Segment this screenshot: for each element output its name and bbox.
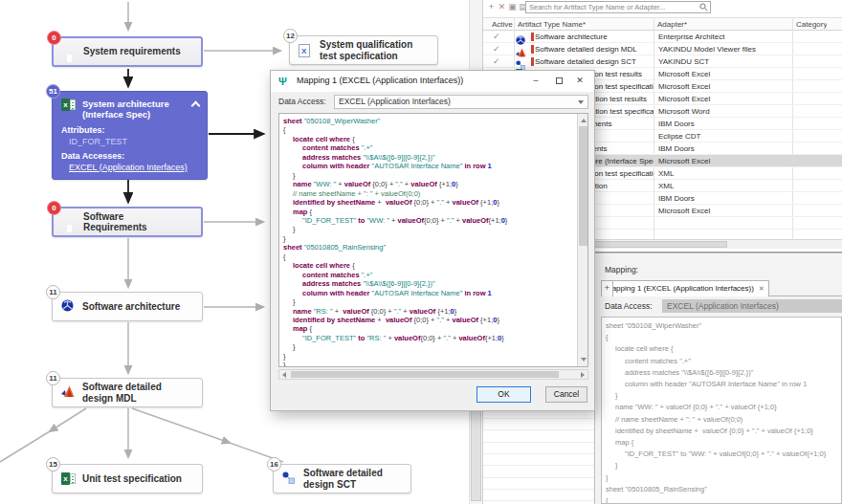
column-header-adapter-[interactable]: Adapter* [657,18,687,32]
node-label: Unit test specification [82,473,195,484]
ok-button[interactable]: OK [476,386,531,403]
close-button[interactable]: ✕ [571,74,588,89]
code-line: name "RS: " + valueOf {0;0} + "." + valu… [283,307,587,316]
code-line: map { [606,437,841,449]
code-line: column with header "AUTOSAR Interface Na… [283,162,587,170]
code-line: locate cell where { [606,343,841,355]
dialog-title: Mapping 1 (EXCEL (Application Interfaces… [297,76,463,85]
node-count-badge: 15 [46,457,60,471]
code-line: } [283,352,587,361]
list-row[interactable] [483,419,594,430]
copy-icon[interactable]: ▣ [507,1,518,12]
mapping-code-editor[interactable]: sheet "050108_WiperWasher"{locate cell w… [278,113,588,367]
tab-close-icon[interactable]: ✕ [759,285,764,292]
collapse-chevron-icon[interactable] [191,101,201,111]
artifact-type-name: Software detailed design SCT [535,55,654,68]
node-label: Software Requirements [83,211,201,232]
diagram-node-unit-test-specification[interactable]: 15xUnit test specification [52,464,203,493]
vertical-scrollbar[interactable] [577,114,587,366]
scrollbar-thumb[interactable] [291,371,559,378]
code-line: map { [283,324,587,333]
data-access-combobox[interactable]: EXCEL (Application Interfaces) [334,95,588,109]
horizontal-scrollbar[interactable] [278,369,588,380]
code-line: locate cell where { [283,261,587,270]
matlab-icon [61,384,75,402]
node-count-badge: 12 [283,29,298,43]
adapter-name: Microsoft Word [658,105,792,118]
code-line: } [283,225,587,233]
code-line: content matches ".+" [606,356,841,367]
diagram-node-software-detailed-design-mdl[interactable]: 11Software detailed design MDL [52,378,203,407]
code-line: content matches ".+" [283,271,587,279]
table-row[interactable]: ✓Software detailed design MDLYAKINDU Mod… [483,43,842,55]
data-access-value[interactable]: EXCEL (Application Interfaces) [662,299,842,313]
dialog-title-bar[interactable]: Ψ Mapping 1 (EXCEL (Application Interfac… [271,71,594,92]
add-mapping-tab-button[interactable]: + [601,280,613,296]
code-line: "ID_FOR_TEST" to "RS: " + valueOf{0;0} +… [283,334,587,342]
adapter-name: IBM Doors [658,118,792,130]
scroll-right-icon[interactable] [581,372,585,378]
column-header-artifact-type-name-[interactable]: Artifact Type Name* [518,18,586,32]
adapter-name: Microsoft Excel [658,80,792,93]
mapping-dialog: Ψ Mapping 1 (EXCEL (Application Interfac… [270,70,595,411]
node-count-badge: 11 [46,285,60,299]
list-row[interactable] [483,478,594,490]
mapping-section-label: Mapping: [605,265,638,274]
list-row[interactable] [483,490,594,501]
code-line: address matches "\\$A\\$([6-9]|[0-9]{2,}… [606,367,841,379]
scroll-left-icon[interactable] [282,372,286,378]
search-input[interactable] [525,1,711,13]
list-row[interactable] [483,430,594,442]
column-header-category[interactable]: Category [796,18,827,32]
table-row[interactable]: ✓Software detailed design SCTYAKINDU SCT [483,55,842,68]
column-header-active[interactable]: Active [492,18,513,32]
mapping-section: Mapping: Mapping 1 (EXCEL (Application I… [595,254,842,504]
list-row[interactable] [483,443,594,454]
diagram-node-software-architecture[interactable]: 11Software architecture [52,292,203,321]
data-access-label: Data Access: [605,301,653,311]
scrollbar-thumb[interactable] [471,405,481,501]
scroll-down-icon[interactable] [581,358,587,362]
list-row[interactable] [483,466,594,477]
diagram-node-software-requirements[interactable]: 0Software Requirements [52,207,203,237]
code-line: // name sheetName + ": " + valueOf(0;0) [283,189,587,198]
code-line: } [606,472,841,484]
list-row[interactable] [483,454,594,466]
attributes-label: Attributes: [53,121,207,135]
mapping-tab-bar: Mapping 1 (EXCEL (Application Interfaces… [601,280,842,296]
code-line: { [606,495,841,504]
code-line: { [283,252,587,261]
category-color-bar [531,57,534,66]
code-line: address matches "\\$A\\$([6-9]|[0-9]{2,}… [283,153,587,162]
table-row[interactable]: ✓Software architectureEnterprise Archite… [483,31,842,43]
adapter-name: IBM Doors [658,192,792,205]
ea-icon [61,298,74,316]
delete-icon[interactable]: ✕ [497,1,507,12]
code-line: sheet "050108_WiperWasher" [283,117,587,125]
scroll-up-icon[interactable] [581,119,587,122]
diagram-node-software-detailed-design-sct[interactable]: 16Software detailed design SCT [273,464,411,493]
mapping-tab[interactable]: Mapping 1 (EXCEL (Application Interfaces… [601,280,769,296]
code-line: address matches "\\$A\\$([6-9]|[0-9]{2,}… [283,279,587,288]
maximize-button[interactable] [550,74,567,89]
code-line: identified by sheetName + valueOf {0;0} … [283,198,587,207]
scrollbar-thumb[interactable] [579,126,587,246]
mapping-code-view[interactable]: sheet "050108_WiperWasher"{locate cell w… [601,317,842,504]
diagram-node-system-qualification-test-specification[interactable]: 12XSystem qualification test specificati… [289,35,438,65]
adapter-name: Microsoft Excel [658,68,792,80]
diagram-edge [50,408,86,431]
code-line: "ID_FOR_TEST" to "WW: " + valueOf{0;0} +… [283,216,587,225]
category-color-bar [531,33,534,41]
add-icon[interactable]: + [486,1,497,12]
node-label: System requirements [83,46,194,56]
search-icon [699,3,708,11]
active-check-icon: ✓ [493,55,500,68]
diagram-edge [132,408,230,443]
diagram-edge [0,431,50,462]
data-access-link[interactable]: EXCEL (Application Interfaces) [53,161,207,172]
code-line: column with header "AUTOSAR Interface Na… [606,379,841,390]
minimize-button[interactable]: – [527,74,544,89]
diagram-node-system-architecture-interface-spec[interactable]: 51xSystem architecture (Interface Spec)A… [52,91,208,180]
diagram-node-system-requirements[interactable]: 0System requirements [52,36,203,67]
cancel-button[interactable]: Cancel [545,386,587,403]
